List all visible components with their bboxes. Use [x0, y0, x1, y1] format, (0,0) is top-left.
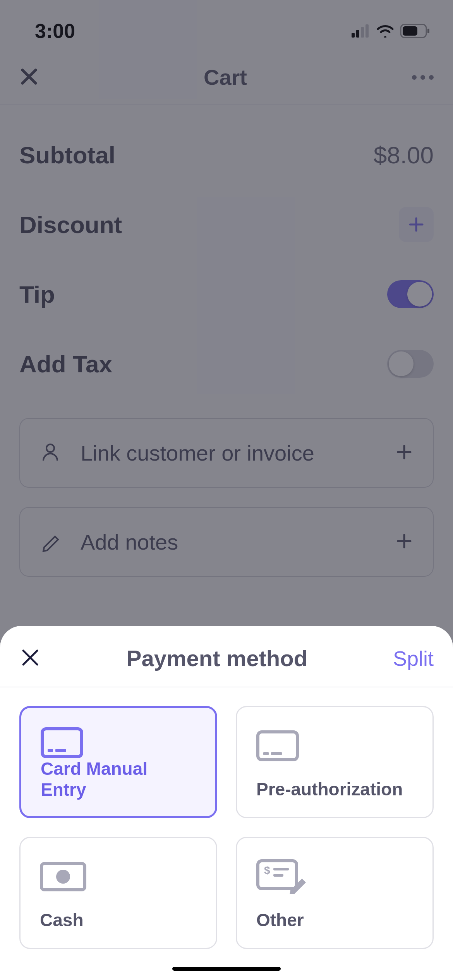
option-label: Cash	[40, 910, 197, 930]
svg-rect-12	[263, 752, 269, 755]
payment-method-sheet: Payment method Split Card Manual Entry	[0, 626, 453, 980]
svg-rect-10	[55, 749, 66, 752]
card-icon	[41, 727, 196, 758]
svg-text:$: $	[264, 864, 270, 876]
svg-rect-11	[258, 732, 297, 760]
sheet-title: Payment method	[127, 645, 307, 671]
check-icon: $	[256, 857, 413, 896]
option-other[interactable]: $ Other	[236, 837, 434, 949]
split-button[interactable]: Split	[393, 646, 434, 670]
option-label: Pre-authorization	[256, 779, 413, 800]
option-cash[interactable]: Cash	[19, 837, 217, 949]
home-indicator[interactable]	[172, 967, 281, 971]
sheet-close-button[interactable]	[19, 647, 41, 670]
option-label: Other	[256, 910, 413, 930]
svg-rect-9	[48, 749, 53, 752]
svg-point-15	[56, 870, 70, 884]
svg-rect-13	[271, 752, 282, 755]
svg-rect-8	[42, 729, 82, 757]
option-pre-authorization[interactable]: Pre-authorization	[236, 706, 434, 818]
svg-rect-18	[273, 868, 289, 870]
svg-rect-19	[273, 874, 283, 877]
option-label: Card Manual Entry	[41, 758, 196, 800]
cash-icon	[40, 857, 197, 896]
option-card-manual-entry[interactable]: Card Manual Entry	[19, 706, 217, 818]
card-icon	[256, 726, 413, 765]
